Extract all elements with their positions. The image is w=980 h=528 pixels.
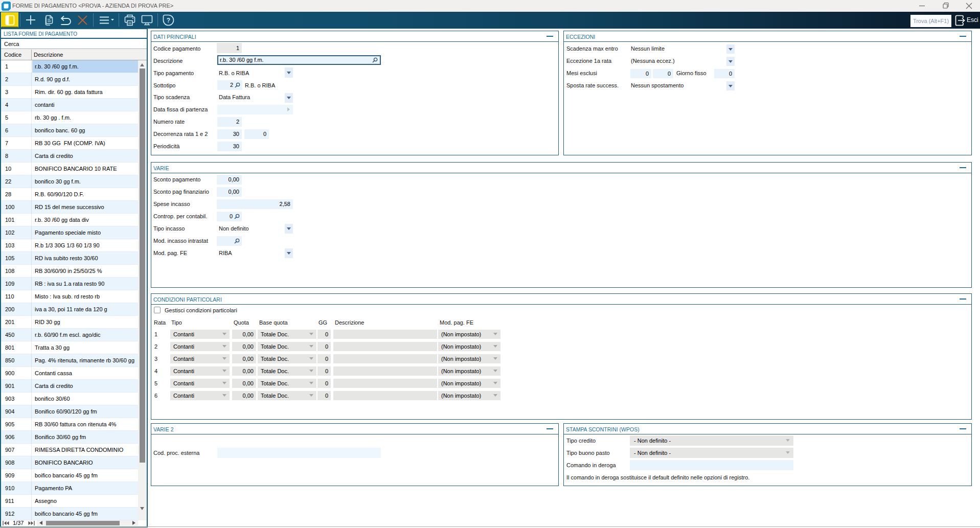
- svg-text:?: ?: [167, 17, 170, 24]
